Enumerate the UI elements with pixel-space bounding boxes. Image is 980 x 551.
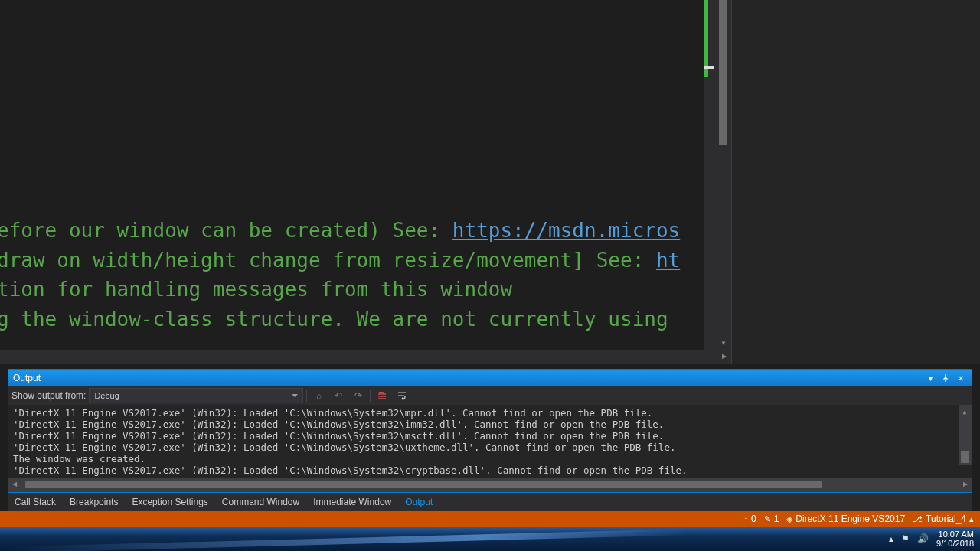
- tab-output[interactable]: Output: [398, 493, 439, 511]
- pin-icon[interactable]: [939, 372, 952, 384]
- tab-immediate-window[interactable]: Immediate Window: [306, 493, 398, 511]
- editor-hscrollbar[interactable]: ▶: [0, 350, 731, 364]
- toggle-wrap-icon[interactable]: [394, 387, 410, 404]
- tab-call-stack[interactable]: Call Stack: [8, 493, 63, 511]
- output-line: The window was created.: [13, 453, 145, 465]
- output-line: 'DirectX 11 Engine VS2017.exe' (Win32): …: [13, 442, 675, 453]
- chevron-up-icon: ▴: [969, 514, 974, 524]
- code-line: g the window-class structure. We are not…: [0, 308, 668, 331]
- code-link[interactable]: ht: [656, 249, 680, 272]
- output-body[interactable]: 'DirectX 11 Engine VS2017.exe' (Win32): …: [8, 405, 972, 478]
- tray-chevron-up-icon[interactable]: ▴: [889, 533, 893, 544]
- status-bar: ↑0 ✎1 ◈DirectX 11 Engine VS2017 ⎇Tutoria…: [0, 511, 980, 527]
- code-view[interactable]: efore our window can be created) See: ht…: [0, 0, 704, 350]
- scroll-left-icon[interactable]: ◀: [10, 481, 19, 491]
- scroll-right-icon[interactable]: ▶: [961, 481, 970, 491]
- code-line: efore our window can be created) See: ht…: [0, 219, 680, 242]
- scroll-thumb[interactable]: [25, 481, 822, 488]
- output-hscrollbar[interactable]: ◀ ▶: [8, 478, 972, 492]
- diamond-icon: ◈: [786, 514, 792, 524]
- scroll-right-icon[interactable]: ▶: [719, 351, 730, 362]
- status-publish[interactable]: ↑0: [743, 514, 756, 524]
- code-link[interactable]: https://msdn.micros: [452, 219, 680, 242]
- output-line: 'DirectX 11 Engine VS2017.exe' (Win32): …: [13, 419, 664, 430]
- side-panel: [731, 0, 980, 364]
- status-solution[interactable]: ⎇Tutorial_4▴: [913, 514, 974, 524]
- tab-breakpoints[interactable]: Breakpoints: [63, 493, 125, 511]
- close-icon[interactable]: ✕: [955, 372, 967, 384]
- find-icon[interactable]: ⌕: [310, 387, 327, 404]
- flag-icon[interactable]: ⚑: [901, 533, 910, 544]
- status-project[interactable]: ◈DirectX 11 Engine VS2017: [786, 514, 905, 524]
- panel-title: Output: [13, 373, 41, 383]
- editor-area: efore our window can be created) See: ht…: [0, 0, 731, 364]
- clear-all-icon[interactable]: [374, 387, 390, 404]
- system-clock[interactable]: 10:07 AM 9/10/2018: [936, 530, 974, 548]
- change-marker: [704, 0, 708, 77]
- prev-icon[interactable]: ↶: [330, 387, 347, 404]
- output-vscrollbar[interactable]: ▲: [959, 405, 972, 465]
- output-toolbar: Show output from: Debug ⌕ ↶ ↷: [8, 386, 972, 405]
- windows-taskbar[interactable]: ▴ ⚑ 🔊 10:07 AM 9/10/2018: [0, 527, 980, 551]
- caret-marker: [704, 66, 714, 69]
- output-titlebar[interactable]: Output ▾ ✕: [8, 370, 972, 386]
- output-line: 'DirectX 11 Engine VS2017.exe' (Win32): …: [13, 407, 652, 419]
- tab-exception-settings[interactable]: Exception Settings: [125, 493, 214, 511]
- scroll-thumb[interactable]: [719, 0, 727, 145]
- arrow-up-icon: ↑: [743, 514, 748, 523]
- output-panel: Output ▾ ✕ Show output from: Debug ⌕ ↶ ↷…: [8, 369, 972, 493]
- code-line: tion for handling messages from this win…: [0, 278, 512, 301]
- svg-rect-0: [379, 392, 384, 393]
- scroll-up-icon[interactable]: ▲: [960, 406, 969, 417]
- editor-marker-track[interactable]: [704, 0, 717, 350]
- tab-command-window[interactable]: Command Window: [215, 493, 306, 511]
- scroll-thumb[interactable]: [961, 451, 969, 463]
- next-icon[interactable]: ↷: [350, 387, 367, 404]
- editor-vscrollbar[interactable]: ▼: [717, 0, 731, 350]
- branch-icon: ⎇: [913, 514, 923, 524]
- output-line: 'DirectX 11 Engine VS2017.exe' (Win32): …: [13, 465, 688, 476]
- status-pending-edits[interactable]: ✎1: [764, 514, 779, 524]
- show-output-from-label: Show output from:: [11, 390, 86, 401]
- volume-icon[interactable]: 🔊: [917, 533, 929, 544]
- output-line: 'DirectX 11 Engine VS2017.exe' (Win32): …: [13, 430, 664, 442]
- taskbar-decor: [0, 529, 689, 551]
- pencil-icon: ✎: [764, 514, 771, 524]
- panel-tab-strip: Call Stack Breakpoints Exception Setting…: [8, 493, 972, 511]
- output-source-select[interactable]: Debug: [89, 388, 303, 403]
- code-line: draw on width/height change from resize/…: [0, 249, 680, 272]
- scroll-down-icon[interactable]: ▼: [718, 338, 729, 349]
- window-position-icon[interactable]: ▾: [924, 372, 936, 384]
